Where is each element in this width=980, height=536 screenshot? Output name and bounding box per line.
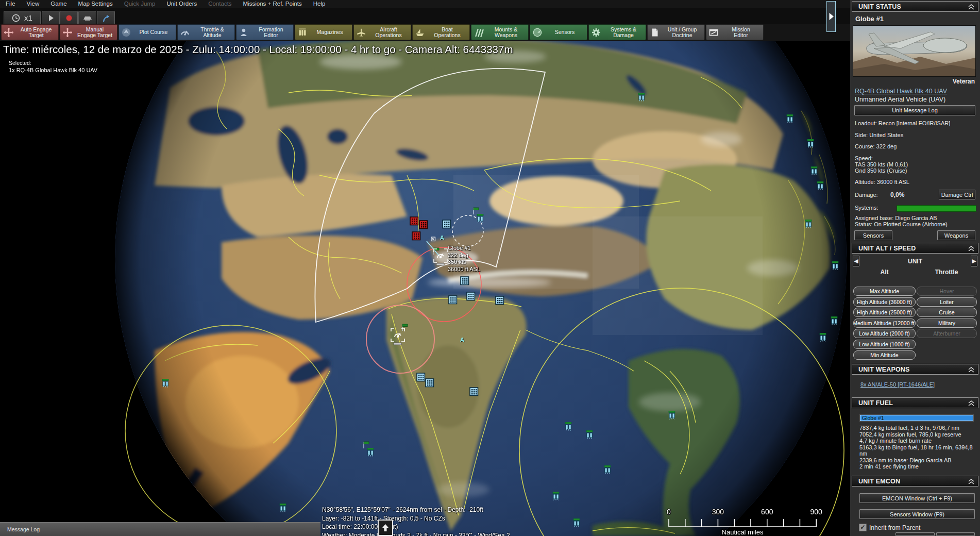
friendly-facility-icon[interactable] (425, 378, 434, 390)
unit-message-log-button[interactable]: Unit Message Log (854, 105, 975, 115)
toolbar-button-formation-editor[interactable]: FormationEditor (236, 24, 294, 40)
menu-item-help[interactable]: Help (308, 0, 331, 7)
throttle-button-loiter[interactable]: Loiter (917, 297, 977, 307)
alt-button-5[interactable]: Low Altitude (1000 ft) (853, 340, 916, 349)
toolbar-button-unit-group-doctrine[interactable]: Unit / GroupDoctrine (647, 24, 705, 40)
collapse-chevron-icon[interactable] (968, 246, 974, 252)
panel-header-emcon[interactable]: UNIT EMCON (852, 476, 978, 487)
collapse-chevron-icon[interactable] (968, 479, 974, 484)
bottom-partial-button-1[interactable] (895, 532, 935, 536)
throttle-button-military[interactable]: Military (917, 319, 977, 328)
sensors-button[interactable]: Sensors (854, 230, 892, 240)
friendly-facility-icon[interactable] (469, 387, 479, 398)
menu-item-game[interactable]: Game (45, 0, 72, 7)
flag-marker[interactable] (472, 207, 480, 217)
toolbar-button-throttle-altitude[interactable]: Throttle &Altitude (177, 24, 235, 40)
expand-message-log-button[interactable] (378, 520, 393, 536)
alt-button-1[interactable]: High Altitude (36000 ft) (853, 297, 916, 307)
weapon-link[interactable]: 8x AN/ALE-50 [RT-1646/ALE] (860, 381, 935, 388)
panel-header-fuel[interactable]: UNIT FUEL (852, 397, 978, 408)
alt-button-0[interactable]: Max Altitude (853, 287, 916, 296)
weapons-button[interactable]: Weapons (937, 230, 975, 240)
sensors-window-button[interactable]: Sensors Window (F9) (859, 509, 975, 519)
toolbar-button-mounts-weapons[interactable]: Mounts &Weapons (471, 24, 529, 40)
toolbar-button-manual-engage[interactable]: ManualEngage Target (60, 24, 117, 40)
friendly-facility-icon[interactable] (416, 373, 426, 384)
airborne-contact-marker[interactable]: A (460, 337, 464, 343)
friendly-unit-icon[interactable] (807, 139, 815, 150)
friendly-unit-icon[interactable] (573, 518, 581, 529)
message-log-bar[interactable]: Message Log (0, 522, 320, 536)
friendly-facility-icon[interactable] (495, 296, 504, 307)
collapse-chevron-icon[interactable] (968, 400, 974, 406)
inherit-parent-checkbox[interactable]: ✓ (859, 524, 867, 531)
menu-item-map-settings[interactable]: Map Settings (73, 0, 119, 7)
jump-button[interactable] (97, 11, 115, 25)
toolbar-button-sensors[interactable]: Sensors (530, 24, 587, 40)
emcon-window-button[interactable]: EMCON Window (Ctrl + F9) (859, 493, 975, 503)
damage-ctrl-button[interactable]: Damage Ctrl (939, 190, 975, 199)
toolbar-button-plot-course[interactable]: Plot Course (119, 24, 176, 40)
step-button[interactable] (78, 11, 96, 25)
toolbar-button-boat-operations[interactable]: BoatOperations (412, 24, 470, 40)
selected-unit-icon[interactable] (391, 328, 405, 347)
friendly-facility-icon[interactable] (442, 220, 451, 231)
friendly-unit-icon[interactable] (831, 316, 838, 327)
time-compression-button[interactable]: x1 (4, 11, 41, 25)
menu-item-view[interactable]: View (21, 0, 45, 7)
sidebar-collapse-button[interactable] (826, 1, 836, 32)
damage-label: Damage: (855, 192, 878, 198)
mounts-weapons-icon (474, 27, 484, 38)
friendly-unit-icon[interactable] (786, 114, 794, 125)
toolbar-button-auto-engage[interactable]: Auto EngageTarget (1, 24, 59, 40)
friendly-unit-icon[interactable] (817, 181, 824, 192)
panel-header-alt-speed[interactable]: UNIT ALT / SPEED (852, 243, 978, 254)
toolbar-button-mission-editor[interactable]: MissionEditor (706, 24, 764, 40)
alt-button-6[interactable]: Min Altitude (853, 350, 916, 360)
hostile-facility-icon[interactable] (410, 216, 419, 228)
collapse-chevron-icon[interactable] (968, 4, 974, 10)
friendly-unit-icon[interactable] (810, 166, 818, 177)
unit-class-link[interactable]: RQ-4B Global Hawk Blk 40 UAV (855, 88, 947, 95)
hostile-facility-icon[interactable] (419, 220, 428, 231)
friendly-unit-icon[interactable] (279, 504, 287, 514)
menu-item-unit-orders[interactable]: Unit Orders (161, 0, 202, 7)
selected-unit-icon[interactable] (433, 248, 448, 268)
friendly-unit-icon[interactable] (162, 379, 170, 390)
airborne-contact-marker[interactable]: A (440, 234, 444, 241)
flag-marker[interactable] (363, 441, 370, 451)
hostile-facility-icon[interactable] (412, 231, 421, 243)
friendly-unit-icon[interactable] (819, 333, 827, 344)
friendly-unit-icon[interactable] (638, 93, 646, 104)
toolbar-button-aircraft-operations[interactable]: AircraftOperations (353, 24, 411, 40)
waypoint-marker[interactable] (431, 234, 436, 244)
play-button[interactable] (42, 11, 60, 25)
alt-button-2[interactable]: High Altitude (25000 ft) (853, 308, 916, 317)
friendly-unit-icon[interactable] (805, 220, 813, 230)
menu-item-missions-ref-points[interactable]: Missions + Ref. Points (238, 0, 308, 7)
friendly-unit-icon[interactable] (586, 430, 594, 441)
record-button[interactable] (60, 11, 78, 25)
toolbar-button-systems-damage[interactable]: Systems &Damage (588, 24, 646, 40)
bottom-partial-button-2[interactable] (936, 532, 975, 536)
friendly-facility-icon[interactable] (460, 276, 469, 288)
fuel-selected-item[interactable]: Globe #1 (859, 414, 974, 422)
mission-editor-icon (708, 27, 719, 38)
svg-text:0: 0 (667, 508, 671, 516)
collapse-chevron-icon[interactable] (968, 367, 974, 373)
friendly-facility-icon[interactable] (448, 295, 458, 307)
throttle-button-cruise[interactable]: Cruise (917, 308, 977, 317)
friendly-unit-icon[interactable] (604, 465, 612, 476)
friendly-unit-icon[interactable] (668, 411, 676, 422)
time-bar: Time: miércoles, 12 de marzo de 2025 - Z… (3, 43, 513, 56)
menu-item-file[interactable]: File (0, 0, 21, 7)
panel-header-unit-status[interactable]: UNIT STATUS (852, 1, 978, 12)
friendly-unit-icon[interactable] (565, 422, 572, 433)
toolbar-button-magazines[interactable]: Magazines (295, 24, 352, 40)
alt-button-3[interactable]: Medium Altitude (12000 ft) (853, 319, 916, 328)
friendly-unit-icon[interactable] (832, 261, 839, 272)
friendly-unit-icon[interactable] (552, 492, 560, 502)
panel-header-weapons[interactable]: UNIT WEAPONS (852, 364, 978, 375)
alt-button-4[interactable]: Low Altitude (2000 ft) (853, 329, 916, 338)
friendly-facility-icon[interactable] (466, 292, 476, 303)
